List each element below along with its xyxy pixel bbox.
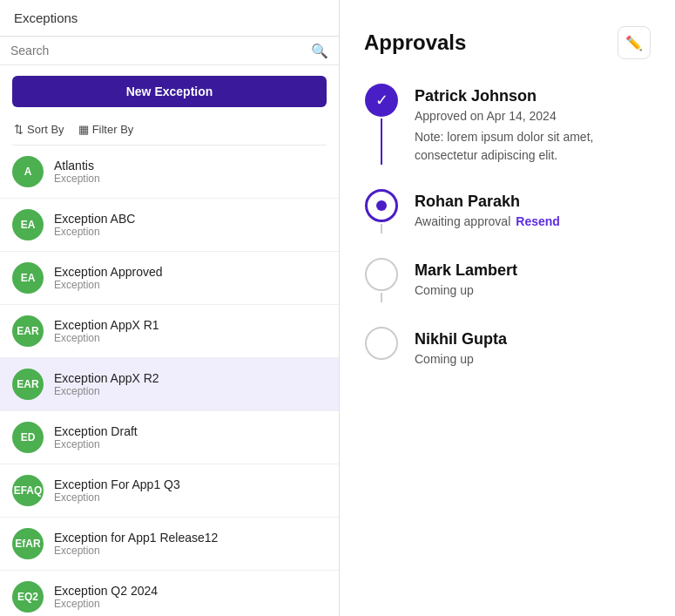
timeline-circle <box>365 327 398 360</box>
timeline-item: ✓Patrick JohnsonApproved on Apr 14, 2024… <box>364 84 651 189</box>
approver-status: Coming up <box>415 352 651 366</box>
timeline-content: Mark LambertComing up <box>415 258 651 302</box>
timeline-item: Mark LambertComing up <box>364 258 651 327</box>
edit-icon: ✏️ <box>625 35 643 51</box>
item-type: Exception <box>54 279 163 291</box>
timeline-content: Patrick JohnsonApproved on Apr 14, 2024N… <box>415 84 651 165</box>
item-info: Exception AppX R2Exception <box>54 371 159 397</box>
item-type: Exception <box>54 438 138 450</box>
timeline-connector <box>381 293 382 302</box>
right-panel: Approvals ✏️ ✓Patrick JohnsonApproved on… <box>340 0 675 616</box>
filter-by[interactable]: ▦ Filter By <box>78 123 134 136</box>
left-panel: Exceptions 🔍 New Exception ⇅ Sort By ▦ F… <box>0 0 340 616</box>
search-input[interactable] <box>10 44 328 58</box>
exception-list: AAtlantisExceptionEAException ABCExcepti… <box>0 146 339 616</box>
resend-link[interactable]: Resend <box>516 214 560 228</box>
timeline-item: Nikhil GuptaComing up <box>364 327 651 371</box>
avatar: EFAQ <box>12 475 44 506</box>
item-name: Exception Draft <box>54 424 138 438</box>
approvals-header: Approvals ✏️ <box>364 26 651 59</box>
item-type: Exception <box>54 545 218 557</box>
approver-name: Nikhil Gupta <box>415 330 651 349</box>
item-info: Exception DraftException <box>54 424 138 450</box>
item-name: Exception Q2 2024 <box>54 584 158 598</box>
filter-icon: ▦ <box>78 123 89 136</box>
filter-bar: ⇅ Sort By ▦ Filter By <box>0 118 339 145</box>
avatar: EA <box>12 262 44 294</box>
sort-by[interactable]: ⇅ Sort By <box>14 123 64 136</box>
item-info: Exception for App1 Release12Exception <box>54 531 218 557</box>
check-icon: ✓ <box>375 91 388 110</box>
panel-header: Exceptions <box>0 0 339 37</box>
avatar: EfAR <box>12 528 44 559</box>
list-item[interactable]: EAException ApprovedException <box>0 252 339 305</box>
timeline-left <box>364 189 399 234</box>
item-type: Exception <box>54 598 158 610</box>
item-name: Exception Approved <box>54 265 163 279</box>
approver-status: Coming up <box>415 283 651 297</box>
item-name: Exception ABC <box>54 212 135 226</box>
item-name: Exception For App1 Q3 <box>54 477 180 491</box>
avatar: A <box>12 156 44 187</box>
list-item[interactable]: EDException DraftException <box>0 411 339 464</box>
list-item[interactable]: EFAQException For App1 Q3Exception <box>0 464 339 518</box>
timeline-connector <box>381 224 382 234</box>
approver-status: Awaiting approvalResend <box>415 214 651 228</box>
avatar: EAR <box>12 369 44 400</box>
item-type: Exception <box>54 332 159 344</box>
timeline-left: ✓ <box>364 84 399 165</box>
item-name: Exception AppX R1 <box>54 318 159 332</box>
item-type: Exception <box>54 173 100 185</box>
list-item[interactable]: EARException AppX R2Exception <box>0 358 339 411</box>
item-type: Exception <box>54 385 159 397</box>
item-type: Exception <box>54 226 135 238</box>
sort-icon: ⇅ <box>14 123 24 136</box>
list-item[interactable]: EQ2Exception Q2 2024Exception <box>0 571 339 616</box>
item-name: Exception AppX R2 <box>54 371 159 385</box>
item-info: Exception AppX R1Exception <box>54 318 159 344</box>
avatar: EAR <box>12 315 44 347</box>
item-name: Atlantis <box>54 159 100 173</box>
timeline: ✓Patrick JohnsonApproved on Apr 14, 2024… <box>364 84 651 371</box>
timeline-left <box>364 258 399 302</box>
approvals-title: Approvals <box>364 30 466 55</box>
item-info: Exception ApprovedException <box>54 265 163 291</box>
item-info: AtlantisException <box>54 159 100 185</box>
list-item[interactable]: EAException ABCException <box>0 199 339 252</box>
timeline-content: Nikhil GuptaComing up <box>415 327 651 371</box>
new-exception-button[interactable]: New Exception <box>12 76 327 107</box>
approver-name: Mark Lambert <box>415 261 651 280</box>
item-info: Exception For App1 Q3Exception <box>54 477 180 504</box>
avatar: ED <box>12 422 44 453</box>
timeline-connector <box>381 118 382 165</box>
avatar: EQ2 <box>12 581 44 613</box>
awaiting-dot <box>376 200 387 211</box>
timeline-left <box>364 327 399 371</box>
item-info: Exception Q2 2024Exception <box>54 584 158 610</box>
item-type: Exception <box>54 491 180 504</box>
approver-name: Patrick Johnson <box>415 87 651 105</box>
approver-name: Rohan Parakh <box>415 193 651 211</box>
panel-title: Exceptions <box>14 10 78 25</box>
search-icon: 🔍 <box>311 43 328 59</box>
timeline-circle <box>365 189 398 222</box>
timeline-circle: ✓ <box>365 84 398 117</box>
list-item[interactable]: EARException AppX R1Exception <box>0 305 339 358</box>
edit-button[interactable]: ✏️ <box>618 26 651 59</box>
search-bar: 🔍 <box>0 37 339 65</box>
timeline-item: Rohan ParakhAwaiting approvalResend <box>364 189 651 258</box>
item-name: Exception for App1 Release12 <box>54 531 218 545</box>
approver-note: Note: lorem ipsum dolor sit amet, consec… <box>415 128 651 165</box>
timeline-content: Rohan ParakhAwaiting approvalResend <box>415 189 651 234</box>
timeline-circle <box>365 258 398 291</box>
list-item[interactable]: EfARException for App1 Release12Exceptio… <box>0 518 339 571</box>
item-info: Exception ABCException <box>54 212 135 238</box>
list-item[interactable]: AAtlantisException <box>0 146 339 199</box>
avatar: EA <box>12 209 44 240</box>
approver-status: Approved on Apr 14, 2024 <box>415 109 651 123</box>
